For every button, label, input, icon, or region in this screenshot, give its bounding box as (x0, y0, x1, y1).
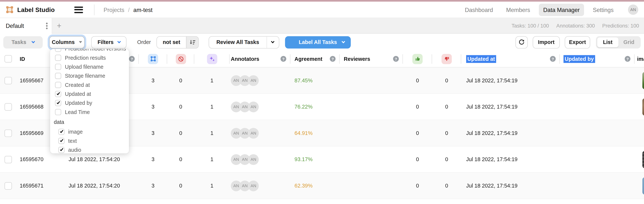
header-agreement[interactable]: Agreement ? (290, 51, 340, 67)
view-list-option[interactable]: List (597, 37, 618, 47)
view-grid-option[interactable]: Grid (618, 37, 640, 47)
review-tasks-menu-button[interactable] (266, 36, 279, 48)
header-image[interactable]: image (634, 51, 644, 67)
column-toggle-created-at[interactable]: Created at (50, 80, 129, 89)
help-icon[interactable]: ? (393, 56, 399, 62)
order-value: not set (157, 39, 186, 45)
annotators-cell: ANANAN (230, 173, 290, 198)
row-checkbox[interactable] (4, 182, 12, 189)
task-id: 16595671 (16, 173, 66, 198)
header-predictions-count[interactable] (194, 51, 230, 67)
agreement-value: 64.91% (294, 130, 313, 136)
table-row[interactable]: 16595671Jul 18 2022, 17:54:20301ANANAN62… (0, 173, 644, 199)
help-icon[interactable]: ? (550, 56, 556, 62)
triangle-down-icon (79, 41, 82, 43)
import-button[interactable]: Import (532, 36, 560, 48)
column-toggle-audio[interactable]: audio (50, 145, 129, 153)
sort-direction-button[interactable] (186, 36, 198, 48)
agreement-value: 62.39% (294, 183, 313, 189)
row-checkbox[interactable] (4, 103, 12, 111)
add-tab-button[interactable]: + (52, 18, 66, 33)
reviews-accepted-count: 0 (403, 173, 432, 198)
help-icon[interactable]: ? (625, 56, 630, 62)
annotator-avatar[interactable]: AN (248, 154, 259, 165)
tab-default[interactable]: Default (0, 18, 52, 34)
header-updated-at[interactable]: Updated at ? (461, 51, 560, 67)
header-annotations-count[interactable] (139, 51, 167, 67)
annotator-avatar[interactable]: AN (248, 128, 259, 138)
annotator-avatar[interactable]: AN (248, 180, 259, 191)
header-cancelled-count[interactable] (167, 51, 194, 67)
checkbox-checked-icon (58, 129, 64, 135)
agreement-value: 93.17% (294, 156, 313, 162)
help-icon[interactable]: ? (330, 56, 336, 62)
image-cell (634, 120, 644, 146)
column-toggle-image[interactable]: image (50, 127, 129, 136)
row-checkbox[interactable] (4, 129, 12, 137)
column-toggle-label: Storage filename (65, 73, 105, 79)
column-toggle-label: Created at (65, 82, 90, 88)
annotator-avatar[interactable]: AN (248, 75, 259, 86)
annotator-avatar[interactable]: AN (248, 101, 259, 112)
export-button[interactable]: Export (565, 36, 590, 48)
column-toggle-updated-by[interactable]: Updated by (50, 98, 129, 107)
header-reviewers[interactable]: Reviewers ? (340, 51, 403, 67)
header-reviews-rejected[interactable] (432, 51, 461, 67)
header-id-label: ID (20, 56, 25, 62)
annotations-count: 3 (139, 120, 167, 146)
column-toggle-label: Prediction model versions (65, 49, 126, 52)
nav-dashboard[interactable]: Dashboard (460, 4, 498, 16)
tasks-dropdown-button[interactable]: Tasks (3, 36, 43, 48)
header-annotators[interactable]: Annotators ? (230, 51, 290, 67)
column-toggle-text[interactable]: text (50, 136, 129, 145)
select-all-checkbox[interactable] (4, 55, 12, 63)
annotations-count: 3 (139, 173, 167, 198)
chevron-down-icon (117, 40, 121, 43)
column-toggle-label: Updated by (65, 100, 92, 106)
header-updated-by[interactable]: Updated by ? (560, 51, 634, 67)
user-avatar[interactable]: AN (628, 5, 638, 15)
breadcrumb-separator: / (128, 6, 130, 13)
column-toggle-prediction-model-versions[interactable]: Prediction model versions (50, 49, 129, 53)
chevron-down-icon (32, 40, 35, 43)
cancelled-icon (176, 54, 186, 64)
breadcrumb: Projects / am-test (104, 6, 152, 13)
checkbox-icon (55, 49, 61, 52)
row-checkbox-cell (0, 173, 16, 198)
order-label: Order (137, 39, 151, 45)
refresh-button[interactable] (516, 36, 528, 48)
hamburger-menu-icon[interactable] (74, 5, 84, 15)
row-checkbox[interactable] (4, 77, 12, 84)
predictions-count: 1 (194, 146, 230, 172)
nav-settings[interactable]: Settings (588, 4, 618, 16)
label-all-tasks-button[interactable]: Label All Tasks (285, 36, 351, 48)
row-checkbox[interactable] (4, 156, 12, 163)
agreement-cell: 87.45% (290, 67, 340, 93)
export-label: Export (569, 39, 586, 45)
nav-data-manager[interactable]: Data Manager (539, 4, 584, 16)
updated-by (560, 94, 634, 120)
task-image-thumbnail[interactable] (642, 98, 644, 115)
columns-dropdown-button[interactable]: Columns (49, 36, 85, 48)
image-cell (634, 146, 644, 172)
review-all-tasks-button[interactable]: Review All Tasks (208, 36, 279, 48)
order-value-button[interactable]: not set (156, 36, 199, 48)
column-toggle-storage-filename[interactable]: Storage filename (50, 71, 129, 80)
column-toggle-lead-time[interactable]: Lead Time (50, 107, 129, 116)
reviewers-cell (340, 146, 403, 172)
breadcrumb-projects[interactable]: Projects (104, 6, 124, 13)
task-image-thumbnail[interactable] (642, 177, 644, 194)
header-reviews-accepted[interactable] (403, 51, 432, 67)
tab-menu-dots-icon[interactable] (46, 25, 48, 27)
column-toggle-updated-at[interactable]: Updated at (50, 89, 129, 98)
column-toggle-prediction-results[interactable]: Prediction results (50, 53, 129, 62)
help-icon[interactable]: ? (129, 56, 135, 62)
image-cell (634, 67, 644, 93)
help-icon[interactable]: ? (280, 56, 286, 62)
filters-dropdown-button[interactable]: Filters (91, 36, 126, 48)
column-toggle-upload-filename[interactable]: Upload filename (50, 62, 129, 71)
task-image-thumbnail[interactable] (642, 72, 644, 89)
task-image-thumbnail[interactable] (642, 151, 644, 168)
nav-members[interactable]: Members (502, 4, 535, 16)
row-checkbox-cell (0, 120, 16, 146)
